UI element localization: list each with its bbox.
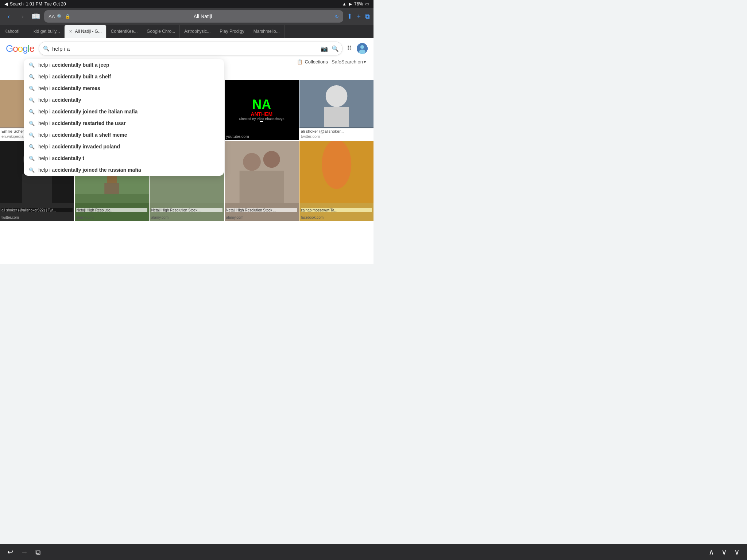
anthem-subtitle: Directed By Pileo Bhattacharya [239, 117, 285, 121]
main-search-input[interactable] [39, 42, 342, 55]
tab-kahoot[interactable]: Kahoot! [0, 25, 29, 38]
safesearch-label: SafeSearch on [332, 59, 363, 65]
suggestion-search-icon: 🔍 [29, 132, 35, 138]
search-icon: 🔍 [57, 14, 63, 19]
suggestion-text: help i accidentally invaded poland [38, 144, 219, 149]
autocomplete-item[interactable]: 🔍 help i accidentally joined the italian… [24, 106, 224, 117]
refresh-icon[interactable]: ↻ [335, 14, 339, 19]
tab-kid-bully[interactable]: kid get bully... [29, 25, 65, 38]
autocomplete-item[interactable]: 🔍 help i accidentally t [24, 152, 224, 164]
image-source: alamy.com [76, 215, 94, 219]
tab-ali-natiji[interactable]: ✕ Ali Natiji - G... [65, 25, 106, 38]
browser-toolbar: ‹ › 📖 AA 🔍 🔒 Ali Natiji ↻ ⬆ + ⧉ [0, 8, 374, 25]
status-time: 1:01 PM [26, 1, 42, 7]
anthem-text: ANTHEM [239, 111, 285, 117]
new-tab-button[interactable]: + [357, 13, 361, 20]
suggestion-text: help i accidentally [38, 97, 219, 103]
tab-label: ContentKee... [111, 29, 138, 34]
autocomplete-item[interactable]: 🔍 help i accidentally joined the russian… [24, 164, 224, 176]
search-submit-icon[interactable]: 🔍 [332, 45, 339, 52]
image-source: twitter.com [1, 215, 19, 219]
tabs-bar: Kahoot! kid get bully... ✕ Ali Natiji - … [0, 25, 374, 38]
search-icon: 🔍 [43, 46, 49, 51]
back-button[interactable]: ‹ [4, 13, 14, 20]
image-label: ali shoker (@alishoker322) | Twi... [1, 208, 73, 212]
user-avatar[interactable] [357, 43, 368, 54]
image-source: youtube.com [225, 134, 251, 140]
address-domain: Ali Natiji [73, 13, 333, 19]
tab-label: kid get bully... [34, 29, 60, 34]
svg-point-1 [360, 45, 364, 49]
image-source: alamy.com [151, 215, 169, 219]
tabs-overview-button[interactable]: ⧉ [365, 13, 370, 20]
tab-marshmello[interactable]: Marshmello... [249, 25, 285, 38]
suggestion-search-icon: 🔍 [29, 144, 35, 149]
apps-grid-icon[interactable]: ⠿ [347, 44, 352, 52]
google-header: Google 🔍 📷 🔍 ⠿ [0, 38, 374, 59]
suggestion-text: help i accidentally joined the russian m… [38, 167, 219, 173]
suggestion-search-icon: 🔍 [29, 167, 35, 173]
suggestion-text: help i accidentally memes [38, 85, 219, 91]
suggestion-search-icon: 🔍 [29, 86, 35, 91]
bottom-image-5[interactable]: zainab mossawwi Ta... facebook.com [299, 141, 374, 221]
status-date: Tue Oct 20 [44, 1, 66, 7]
tab-google-chro[interactable]: Google Chro... [142, 25, 180, 38]
suggestion-search-icon: 🔍 [29, 62, 35, 68]
status-bar: ◀ Search 1:01 PM Tue Oct 20 ▲ ▶ 76% ▭ [0, 0, 374, 8]
suggestion-text: help i accidentally built a jeep [38, 62, 219, 68]
image-label: Netaji High Resolution Stock ... [226, 208, 297, 212]
tab-label: Kahoot! [4, 29, 19, 34]
suggestion-text: help i accidentally t [38, 155, 219, 161]
suggestion-text: help i accidentally built a shelf [38, 74, 219, 79]
autocomplete-dropdown: 🔍 help i accidentally built a jeep 🔍 hel… [24, 59, 224, 176]
autocomplete-item[interactable]: 🔍 help i accidentally built a jeep [24, 59, 224, 71]
image-source: alamy.com [226, 215, 244, 219]
top-image-anthem[interactable]: NA ANTHEM Directed By Pileo Bhattacharya… [225, 80, 299, 140]
svg-point-37 [243, 153, 261, 171]
top-actions: 📋 Collections SafeSearch on ▾ [297, 59, 366, 65]
battery-icon: ▭ [365, 1, 369, 7]
image-label: zainab mossawwi Ta... [301, 208, 372, 212]
svg-point-2 [359, 50, 365, 54]
wifi-icon: ▲ [342, 1, 347, 7]
avatar-image [357, 43, 368, 54]
autocomplete-item[interactable]: 🔍 help i accidentally memes [24, 82, 224, 94]
autocomplete-item[interactable]: 🔍 help i accidentally restarted the ussr [24, 117, 224, 129]
image-label [260, 121, 263, 122]
bookmarks-button[interactable]: 📖 [31, 12, 40, 21]
collections-label: Collections [305, 59, 328, 65]
tab-play-prodigy[interactable]: Play Prodigy [215, 25, 249, 38]
image-label: ali shoker (@alishoker... [299, 128, 374, 134]
location-icon: ▶ [349, 1, 352, 7]
page-content: Google 🔍 📷 🔍 ⠿ 🔍 help i accide [0, 38, 374, 264]
camera-icon[interactable]: 📷 [321, 45, 328, 52]
bottom-image-4[interactable]: Netaji High Resolution Stock ... alamy.c… [225, 141, 299, 221]
suggestion-search-icon: 🔍 [29, 121, 35, 126]
suggestion-search-icon: 🔍 [29, 156, 35, 161]
collections-icon: 📋 [297, 59, 303, 65]
autocomplete-item[interactable]: 🔍 help i accidentally built a shelf [24, 71, 224, 82]
address-bar[interactable]: AA 🔍 🔒 Ali Natiji ↻ [44, 10, 343, 23]
forward-button[interactable]: › [18, 13, 28, 20]
status-search-label: Search [10, 1, 24, 7]
suggestion-search-icon: 🔍 [29, 97, 35, 103]
tab-astrophysic[interactable]: Astrophysic... [180, 25, 215, 38]
safesearch-button[interactable]: SafeSearch on ▾ [332, 59, 366, 65]
suggestion-search-icon: 🔍 [29, 74, 35, 79]
svg-rect-21 [22, 174, 52, 203]
tab-label: Google Chro... [147, 29, 175, 34]
autocomplete-item[interactable]: 🔍 help i accidentally invaded poland [24, 141, 224, 152]
svg-point-38 [263, 151, 280, 168]
tab-contentkee[interactable]: ContentKee... [107, 25, 142, 38]
top-image-5[interactable]: ali shoker (@alishoker... twitter.com [299, 80, 374, 140]
svg-point-17 [326, 85, 348, 107]
tab-label: Marshmello... [253, 29, 280, 34]
tab-label: Astrophysic... [184, 29, 210, 34]
collections-button[interactable]: 📋 Collections [297, 59, 328, 65]
suggestion-text: help i accidentally built a shelf meme [38, 132, 219, 138]
autocomplete-item[interactable]: 🔍 help i accidentally built a shelf meme [24, 129, 224, 141]
share-button[interactable]: ⬆ [347, 12, 352, 20]
autocomplete-item[interactable]: 🔍 help i accidentally [24, 94, 224, 106]
tab-close-icon[interactable]: ✕ [69, 29, 72, 34]
svg-rect-39 [239, 171, 284, 203]
